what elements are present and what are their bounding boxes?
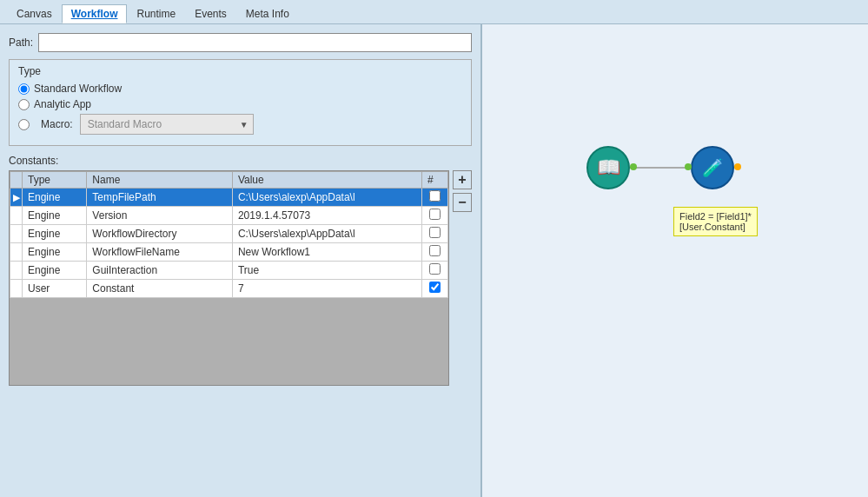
- tab-canvas[interactable]: Canvas: [7, 4, 62, 23]
- row-hash[interactable]: [422, 225, 448, 243]
- row-type: Engine: [23, 207, 87, 225]
- node-formula[interactable]: 🧪: [691, 146, 734, 189]
- row-arrow: [10, 243, 23, 262]
- tab-runtime[interactable]: Runtime: [127, 4, 185, 23]
- row-value: True: [232, 262, 421, 280]
- radio-row-standard: Standard Workflow: [18, 83, 462, 95]
- table-row[interactable]: EngineWorkflowFileNameNew Workflow1: [10, 243, 448, 262]
- row-type: Engine: [23, 225, 87, 243]
- radio-analytic-label: Analytic App: [34, 98, 91, 110]
- formula-icon: 🧪: [702, 157, 724, 178]
- tab-workflow[interactable]: Workflow: [62, 4, 128, 23]
- row-arrow: [10, 207, 23, 225]
- col-type-header: Type: [23, 172, 87, 189]
- path-row: Path:: [9, 33, 472, 52]
- connector-dot-right: [685, 163, 692, 170]
- col-hash-header: #: [422, 172, 448, 189]
- connector-line: [630, 167, 691, 169]
- row-type: Engine: [23, 189, 87, 207]
- table-row[interactable]: ▶EngineTempFilePathC:\Users\alexp\AppDat…: [10, 189, 448, 207]
- radio-macro-label: Macro:: [41, 118, 73, 130]
- type-group-title: Type: [18, 65, 462, 77]
- radio-row-macro: Macro: Standard Macro Batch Macro Iterat…: [18, 114, 462, 135]
- main-content: Path: Type Standard Workflow Analytic Ap…: [0, 24, 868, 497]
- canvas-area: 📖 🧪 Field2 = [Field1]*[User.Constant]: [482, 24, 868, 497]
- formula-tooltip: Field2 = [Field1]*[User.Constant]: [673, 207, 758, 236]
- col-name-header: Name: [87, 172, 233, 189]
- hash-checkbox[interactable]: [429, 227, 441, 238]
- path-input[interactable]: [38, 33, 472, 52]
- row-value: New Workflow1: [232, 243, 421, 262]
- hash-checkbox[interactable]: [429, 282, 441, 293]
- radio-analytic[interactable]: [18, 99, 30, 110]
- row-value: C:\Users\alexp\AppData\l: [232, 189, 421, 207]
- row-name: Constant: [87, 280, 233, 298]
- book-icon: 📖: [597, 156, 620, 179]
- constants-table-container: Type Name Value # ▶EngineTempFilePathC:\…: [9, 170, 449, 386]
- constants-wrapper: Type Name Value # ▶EngineTempFilePathC:\…: [9, 170, 472, 386]
- hash-checkbox[interactable]: [429, 190, 441, 202]
- row-value: C:\Users\alexp\AppData\l: [232, 225, 421, 243]
- row-name: Version: [87, 207, 233, 225]
- connector-dot-left: [630, 163, 637, 170]
- radio-standard[interactable]: [18, 83, 30, 95]
- tab-metainfo[interactable]: Meta Info: [236, 4, 299, 23]
- left-panel: Path: Type Standard Workflow Analytic Ap…: [0, 24, 482, 497]
- right-panel: 📖 🧪 Field2 = [Field1]*[User.Constant]: [482, 24, 868, 497]
- row-name: WorkflowDirectory: [87, 225, 233, 243]
- row-hash[interactable]: [422, 189, 448, 207]
- hash-checkbox[interactable]: [429, 245, 441, 256]
- table-row[interactable]: UserConstant7: [10, 280, 448, 298]
- row-type: Engine: [23, 243, 87, 262]
- constants-table: Type Name Value # ▶EngineTempFilePathC:\…: [10, 171, 448, 298]
- row-value: 2019.1.4.57073: [232, 207, 421, 225]
- tab-bar: Canvas Workflow Runtime Events Meta Info: [0, 0, 868, 24]
- row-hash[interactable]: [422, 262, 448, 280]
- macro-select[interactable]: Standard Macro Batch Macro Iterative Mac…: [80, 114, 254, 135]
- row-arrow: [10, 280, 23, 298]
- path-label: Path:: [9, 36, 33, 49]
- row-hash[interactable]: [422, 280, 448, 298]
- node-book[interactable]: 📖: [586, 146, 630, 189]
- constants-label: Constants:: [9, 155, 472, 167]
- remove-constant-button[interactable]: −: [453, 193, 472, 212]
- row-arrow: ▶: [10, 189, 23, 207]
- row-arrow: [10, 225, 23, 243]
- row-value: 7: [232, 280, 421, 298]
- table-row[interactable]: EngineWorkflowDirectoryC:\Users\alexp\Ap…: [10, 225, 448, 243]
- connector-dot-formula-right: [734, 163, 741, 170]
- radio-standard-label: Standard Workflow: [34, 83, 122, 95]
- row-hash[interactable]: [422, 243, 448, 262]
- row-arrow: [10, 262, 23, 280]
- macro-select-wrapper: Standard Macro Batch Macro Iterative Mac…: [80, 114, 254, 135]
- row-name: TempFilePath: [87, 189, 233, 207]
- hash-checkbox[interactable]: [429, 209, 441, 220]
- table-buttons: + −: [453, 170, 472, 386]
- row-type: User: [23, 280, 87, 298]
- add-constant-button[interactable]: +: [453, 170, 472, 189]
- row-name: WorkflowFileName: [87, 243, 233, 262]
- col-arrow: [10, 172, 23, 189]
- table-row[interactable]: EngineGuiInteractionTrue: [10, 262, 448, 280]
- empty-area: [10, 298, 448, 385]
- row-hash[interactable]: [422, 207, 448, 225]
- row-name: GuiInteraction: [87, 262, 233, 280]
- tab-events[interactable]: Events: [185, 4, 236, 23]
- col-value-header: Value: [232, 172, 421, 189]
- table-row[interactable]: EngineVersion2019.1.4.57073: [10, 207, 448, 225]
- row-type: Engine: [23, 262, 87, 280]
- hash-checkbox[interactable]: [429, 263, 441, 275]
- type-group: Type Standard Workflow Analytic App Macr…: [9, 59, 472, 146]
- radio-row-analytic: Analytic App: [18, 98, 462, 110]
- table-header-row: Type Name Value #: [10, 172, 448, 189]
- radio-macro[interactable]: [18, 119, 30, 130]
